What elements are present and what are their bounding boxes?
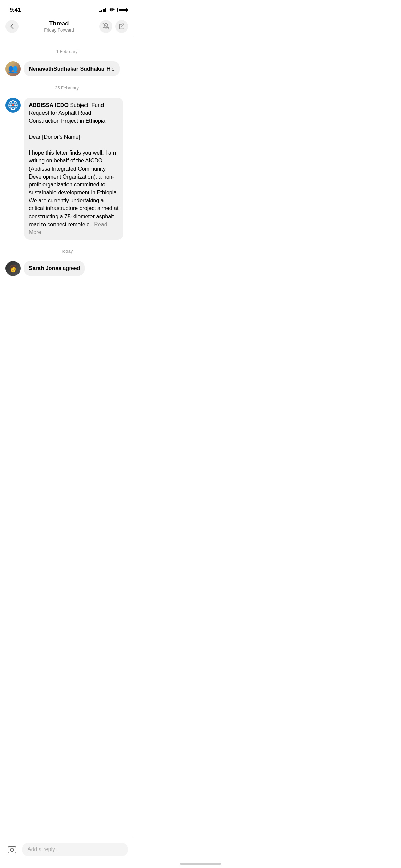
thread-content: 1 February NenavathSudhakar Sudhakar Hlo…	[0, 37, 134, 316]
wifi-icon	[109, 8, 115, 12]
bottom-spacer	[0, 279, 134, 310]
sender-name-3: Sarah Jonas	[29, 265, 61, 271]
message-bubble-1: NenavathSudhakar Sudhakar Hlo	[24, 61, 120, 76]
status-bar: 9:41	[0, 0, 134, 17]
avatar-nenavath	[5, 61, 21, 76]
read-more-link[interactable]: Read More	[29, 221, 107, 235]
sender-name-1: NenavathSudhakar Sudhakar	[29, 66, 105, 72]
back-button[interactable]	[5, 20, 19, 33]
message-text-3: agreed	[61, 265, 80, 271]
message-row: NenavathSudhakar Sudhakar Hlo	[0, 60, 134, 78]
message-bubble-2[interactable]: ABDISSA ICDO Subject: Fund Request for A…	[24, 98, 123, 240]
avatar-abdissa	[5, 98, 21, 113]
date-separator-3: Today	[0, 248, 134, 254]
message-row-3: 👩 Sarah Jonas agreed	[0, 260, 134, 277]
message-bubble-3: Sarah Jonas agreed	[24, 261, 85, 276]
battery-icon	[117, 8, 127, 12]
avatar-sarah: 👩	[5, 261, 21, 276]
nav-actions	[99, 20, 128, 33]
nav-title-area: Thread Friday Forward	[44, 20, 74, 33]
message-row-2: ABDISSA ICDO Subject: Fund Request for A…	[0, 96, 134, 241]
status-icons	[99, 8, 127, 12]
message-text-1: Hlo	[105, 66, 114, 72]
status-time: 9:41	[10, 7, 21, 13]
date-separator-1: 1 February	[0, 48, 134, 55]
mute-button[interactable]	[99, 20, 112, 33]
nav-header: Thread Friday Forward	[0, 17, 134, 37]
signal-icon	[99, 8, 106, 12]
thread-title: Thread	[44, 20, 74, 27]
sender-name-2: ABDISSA ICDO	[29, 102, 69, 108]
date-separator-2: 25 February	[0, 85, 134, 91]
share-button[interactable]	[115, 20, 128, 33]
thread-subtitle: Friday Forward	[44, 27, 74, 33]
